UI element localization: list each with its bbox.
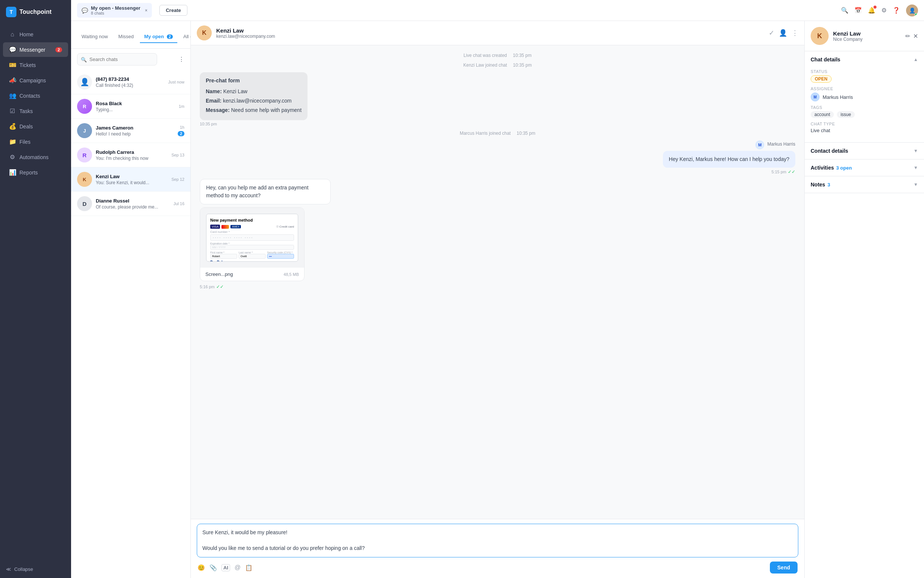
sidebar-item-label: Deals [19,123,33,130]
contact-details-section-header[interactable]: Contact details ▼ [805,143,924,159]
topbar-tab-close-icon[interactable]: × [145,8,147,13]
activities-title: Activities [811,165,834,171]
topbar: 💬 My open - Messenger 8 chats × Create 🔍… [71,0,924,21]
chat-messages: Live chat was created 10:35 pm Kenzi Law… [191,45,804,519]
chat-input-area: Sure Kenzi, it would be my pleasure! Wou… [191,519,804,578]
chat-header-email: kenzi.law@nicecompany.com [216,34,764,39]
chat-details-section-header[interactable]: Chat details ▲ [805,51,924,68]
sidebar-item-home[interactable]: ⌂ Home [3,27,68,42]
sidebar-item-files[interactable]: 📁 Files [3,135,68,149]
activities-section-header[interactable]: Activities 3 open ▼ [805,159,924,176]
chat-item[interactable]: J James Cameron Hello! I need help 1h 2 [71,119,190,143]
chat-input[interactable]: Sure Kenzi, it would be my pleasure! Wou… [197,524,798,557]
chat-details-title: Chat details [811,57,840,63]
chat-item[interactable]: D Dianne Russel Of course, please provid… [71,192,190,216]
edit-icon[interactable]: ✏ [905,32,910,40]
activities-section: Activities 3 open ▼ [805,159,924,176]
sidebar-collapse-button[interactable]: ≪ Collapse [0,560,71,578]
user-avatar[interactable]: 👤 [906,5,918,16]
topbar-tab[interactable]: 💬 My open - Messenger 8 chats × [77,3,152,18]
chat-preview: Typing... [96,107,175,112]
attachment-info: Screen...png 48,5 MB [200,268,304,281]
chat-list-panel: Waiting now Missed My open 2 All open Al… [71,21,191,578]
settings-icon[interactable]: ⚙ [881,7,887,14]
tab-missed[interactable]: Missed [114,31,138,43]
assignee-label: Assignee [811,86,918,91]
chat-preview: Call finished (4:32) [96,83,165,88]
app-logo: T Touchpoint [0,0,71,24]
chat-time: Sep 12 [172,177,184,182]
tab-all-open[interactable]: All open [179,31,190,43]
agent-message-time: 5:15 pm [771,170,786,174]
notes-section-header[interactable]: Notes 3 ▼ [805,176,924,193]
tasks-icon: ☑ [9,107,16,115]
chat-item[interactable]: R Rosa Black Typing... 1m [71,94,190,119]
section-expand-icon: ▼ [914,148,918,154]
system-time: 10:35 pm [516,131,535,136]
sidebar-item-deals[interactable]: 💰 Deals [3,119,68,134]
search-chats-input[interactable] [77,53,157,65]
my-open-badge: 2 [167,34,173,39]
agent-message-time-row: 5:15 pm ✓✓ [771,169,795,174]
notification-icon[interactable]: 🔔 [868,7,875,14]
template-icon[interactable]: 📋 [245,564,252,571]
system-text: Kenzi Law joined chat [463,63,507,68]
sidebar-item-messenger[interactable]: 💬 Messenger 2 [3,42,68,57]
chat-time: Just now [168,80,184,84]
app-name: Touchpoint [19,9,52,15]
sidebar-item-tasks[interactable]: ☑ Tasks [3,104,68,118]
chat-meta: 1m [179,104,184,109]
chat-info: Dianne Russel Of course, please provide … [96,198,170,209]
right-panel-contact-info: Kenzi Law Nice Company [833,30,863,42]
tab-waiting-now[interactable]: Waiting now [77,31,112,43]
more-icon[interactable]: ⋮ [791,29,798,37]
reports-icon: 📊 [9,169,16,176]
send-button[interactable]: Send [770,562,798,573]
resolve-icon[interactable]: ✓ [769,29,774,37]
sidebar-item-campaigns[interactable]: 📣 Campaigns [3,73,68,88]
calendar-icon[interactable]: 📅 [854,7,862,14]
tag-account[interactable]: account [811,111,834,118]
prechat-time-row: 10:35 pm [200,122,217,126]
home-icon: ⌂ [9,31,16,38]
sidebar-item-contacts[interactable]: 👥 Contacts [3,88,68,103]
attachment-size: 48,5 MB [283,272,299,277]
chat-type-label: Chat type [811,122,918,126]
search-more-icon[interactable]: ⋮ [178,56,184,63]
assign-icon[interactable]: 👤 [779,29,787,37]
sidebar-item-label: Automations [19,154,49,160]
assignee-row: M Markus Harris [811,93,918,101]
emoji-icon[interactable]: 😊 [197,564,205,571]
chat-item[interactable]: 👤 (847) 873-2234 Call finished (4:32) Ju… [71,70,190,94]
tab-my-open[interactable]: My open 2 [140,31,177,43]
assignee-field: Assignee M Markus Harris [811,86,918,101]
attachment-time-row: 5:16 pm ✓✓ [200,283,304,291]
payment-form-preview: New payment method VISA AMEX ☉ Credit ca… [206,214,298,262]
mention-icon[interactable]: @ [235,564,241,571]
tag-issue[interactable]: issue [837,111,855,118]
logo-icon: T [6,7,16,17]
sidebar-item-tickets[interactable]: 🎫 Tickets [3,58,68,72]
right-panel-header: K Kenzi Law Nice Company ✏ ✕ [805,21,924,51]
attachment-icon[interactable]: 📎 [209,564,217,571]
ai-icon[interactable]: AI [222,564,230,571]
chat-item[interactable]: K Kenzi Law You: Sure Kenzi, it would...… [71,167,190,192]
online-indicator [915,13,918,16]
sidebar-item-label: Campaigns [19,78,46,83]
sidebar-item-automations[interactable]: ⚙ Automations [3,150,68,164]
close-panel-icon[interactable]: ✕ [913,32,918,40]
help-icon[interactable]: ❓ [893,7,900,14]
chat-window: K Kenzi Law kenzi.law@nicecompany.com ✓ … [191,21,804,578]
sidebar-item-reports[interactable]: 📊 Reports [3,165,68,180]
chat-item[interactable]: R Rudolph Carrera You: I'm checking this… [71,143,190,167]
prechat-name-field: Name: Kenzi Law [206,88,301,96]
chat-avatar: J [77,123,92,138]
chat-type-field: Chat type Live chat [811,122,918,133]
contact-name: Kenzi Law [833,30,863,37]
prechat-time: 10:35 pm [200,122,217,126]
search-icon[interactable]: 🔍 [841,7,848,14]
chat-avatar: K [77,172,92,187]
create-button[interactable]: Create [159,5,187,16]
attachment-bubble[interactable]: New payment method VISA AMEX ☉ Credit ca… [200,208,304,281]
collapse-label: Collapse [14,567,33,572]
